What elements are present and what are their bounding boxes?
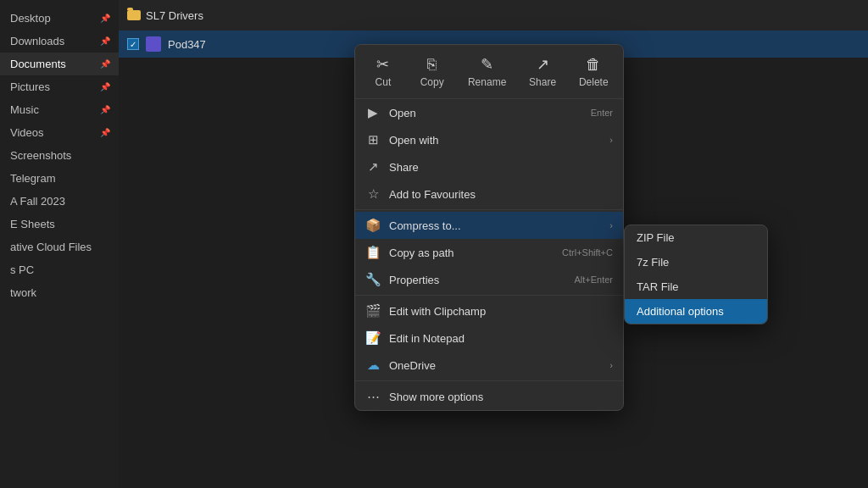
breadcrumb-text: SL7 Drivers	[146, 9, 203, 22]
cm-open-item[interactable]: ▶ Open Enter	[355, 99, 623, 126]
share2-icon: ↗	[365, 159, 381, 175]
cm-share-item[interactable]: ↗ Share	[355, 153, 623, 180]
cm-openwith-item[interactable]: ⊞ Open with ›	[355, 126, 623, 153]
cm-favourites-item[interactable]: ☆ Add to Favourites	[355, 180, 623, 208]
sidebar-item-cloud[interactable]: ative Cloud Files	[0, 236, 119, 258]
folder-icon	[127, 10, 141, 20]
compress-icon: 📦	[365, 218, 381, 233]
cm-properties-item[interactable]: 🔧 Properties Alt+Enter	[355, 266, 623, 293]
submenu-7z[interactable]: 7z File	[625, 250, 767, 274]
sidebar-item-music[interactable]: Music 📌	[0, 98, 119, 121]
cm-cut-button[interactable]: ✂ Cut	[359, 52, 406, 92]
compress-submenu: ZIP File 7z File TAR File Additional opt…	[624, 225, 768, 324]
cm-divider2	[355, 295, 623, 296]
cm-compress-item[interactable]: 📦 Compress to... ›	[355, 212, 623, 239]
cm-divider1	[355, 209, 623, 210]
sidebar-item-fall2023[interactable]: A Fall 2023	[0, 190, 119, 213]
delete-icon: 🗑	[586, 56, 601, 74]
share-icon: ↗	[537, 55, 549, 74]
context-menu: ✂ Cut ⎘ Copy ✎ Rename ↗ Share 🗑 Delete ▶	[354, 44, 624, 411]
submenu-zip[interactable]: ZIP File	[625, 225, 767, 250]
file-checkbox[interactable]: ✓	[127, 38, 139, 50]
sidebar-item-screenshots[interactable]: Screenshots	[0, 144, 119, 167]
star-icon: ☆	[365, 186, 381, 202]
cm-notepad-item[interactable]: 📝 Edit in Notepad	[355, 324, 623, 352]
notepad-icon: 📝	[365, 330, 381, 346]
sidebar-item-pc[interactable]: s PC	[0, 258, 119, 281]
open-icon: ▶	[365, 105, 381, 120]
cut-icon: ✂	[376, 55, 389, 74]
breadcrumb: SL7 Drivers	[119, 0, 868, 30]
rename-icon: ✎	[481, 55, 493, 74]
cm-clipchamp-item[interactable]: 🎬 Edit with Clipchamp	[355, 297, 623, 324]
sidebar-item-downloads[interactable]: Downloads 📌	[0, 30, 119, 53]
file-name: Pod347	[168, 38, 206, 51]
submenu-tar[interactable]: TAR File	[625, 274, 767, 299]
main-area: SL7 Drivers ✓ Pod347 ✂ Cut ⎘ Copy ✎ Rena…	[119, 0, 868, 488]
copypath-icon: 📋	[365, 245, 381, 260]
sidebar-item-network[interactable]: twork	[0, 281, 119, 304]
cm-copy-button[interactable]: ⎘ Copy	[409, 53, 455, 92]
cm-delete-button[interactable]: 🗑 Delete	[569, 53, 619, 92]
copy-icon: ⎘	[427, 56, 437, 74]
moreoptions-icon: ⋯	[365, 389, 381, 404]
onedrive-icon: ☁	[365, 358, 381, 373]
sidebar-item-desktop[interactable]: Desktop 📌	[0, 7, 119, 30]
openwith-icon: ⊞	[365, 132, 381, 147]
cm-toolbar: ✂ Cut ⎘ Copy ✎ Rename ↗ Share 🗑 Delete	[355, 45, 623, 99]
properties-icon: 🔧	[365, 272, 381, 287]
sidebar: Desktop 📌 Downloads 📌 Documents 📌 Pictur…	[0, 0, 119, 488]
sidebar-item-documents[interactable]: Documents 📌	[0, 53, 119, 75]
sidebar-item-telegram[interactable]: Telegram	[0, 167, 119, 190]
sidebar-item-sheets[interactable]: E Sheets	[0, 213, 119, 236]
clipchamp-icon: 🎬	[365, 303, 381, 319]
cm-copypath-item[interactable]: 📋 Copy as path Ctrl+Shift+C	[355, 239, 623, 266]
cm-rename-button[interactable]: ✎ Rename	[458, 52, 516, 92]
cm-share-button[interactable]: ↗ Share	[519, 52, 566, 92]
submenu-additional[interactable]: Additional options	[625, 299, 767, 324]
cm-onedrive-item[interactable]: ☁ OneDrive ›	[355, 352, 623, 379]
file-icon	[146, 36, 161, 52]
cm-moreoptions-item[interactable]: ⋯ Show more options	[355, 383, 623, 410]
sidebar-item-pictures[interactable]: Pictures 📌	[0, 75, 119, 98]
cm-divider3	[355, 380, 623, 381]
sidebar-item-videos[interactable]: Videos 📌	[0, 121, 119, 144]
